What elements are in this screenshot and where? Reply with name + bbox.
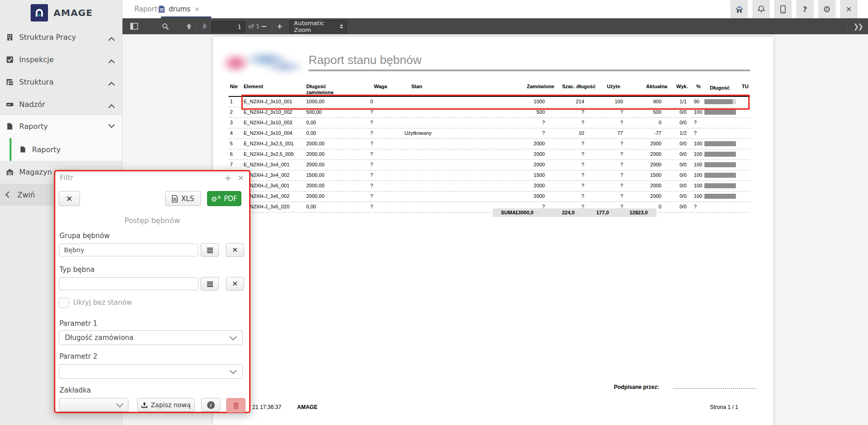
table-row: 10 E_N2XH-J_3x6_002 2000,00 ? 2000 ? ? 2… [229, 191, 750, 202]
zoom-out-button[interactable]: − [258, 18, 270, 34]
row-waga: ? [370, 160, 405, 170]
row-stan [405, 202, 447, 212]
row-length-bar [704, 139, 742, 149]
row-element: E_N2XH-J_3x4_001 [244, 160, 306, 170]
row-wyk: 0/0 [667, 160, 688, 170]
summary-aktualna: 12823,0 [629, 208, 648, 217]
row-szac-dlugosc: ? [554, 170, 596, 181]
trash-icon [233, 402, 239, 409]
row-szac-dlugosc: ? [554, 191, 596, 202]
export-xls-button[interactable]: XLS [165, 191, 201, 206]
row-wyk: 0/0 [667, 139, 688, 149]
list-icon [207, 247, 213, 253]
row-number: 7 [229, 160, 244, 170]
sidebar-item-struktura-pracy[interactable]: Struktura Pracy [0, 26, 122, 48]
row-dlugosc-zamowiona: 2000,00 [306, 160, 370, 170]
dialog-expand-icon[interactable]: + [224, 173, 232, 182]
pdf-toolbar: of 1 − + Automatic Zoom ❯❯ [122, 18, 868, 35]
row-wyk: 0/0 [667, 202, 688, 212]
hierarchy-icon [6, 78, 14, 86]
sidebar-item-raporty[interactable]: Raporty [0, 115, 122, 138]
tab-close-icon[interactable]: ✕ [195, 6, 200, 13]
close-icon: ✕ [846, 5, 852, 14]
sidebar-item-struktura[interactable]: Struktura [0, 71, 122, 93]
notifications-button[interactable] [752, 0, 770, 18]
row-tu [742, 181, 750, 191]
row-wyk: 0/0 [667, 170, 688, 181]
row-zamowione: 1500 [447, 170, 554, 181]
previous-page-button[interactable] [182, 18, 195, 34]
tab-bar: Raporty drums ✕ ? ⚙ ✕ [122, 0, 868, 18]
type-input[interactable] [59, 277, 198, 290]
group-list-button[interactable] [201, 243, 219, 257]
row-percent: 100 [688, 170, 704, 181]
row-percent: 100 [688, 149, 704, 159]
row-tu [742, 160, 750, 170]
page-number-input[interactable] [212, 21, 245, 32]
row-stan [405, 149, 447, 159]
row-wyk: 0/0 [667, 181, 688, 191]
zoom-level-select[interactable]: Automatic Zoom [289, 20, 347, 33]
document-icon [159, 5, 165, 13]
type-list-button[interactable] [201, 277, 219, 291]
mobile-button[interactable] [774, 0, 792, 18]
param1-select[interactable]: Długość zamówiona [59, 330, 243, 345]
delete-bookmark-button[interactable] [226, 398, 245, 413]
checkbox-icon [6, 56, 14, 64]
row-waga: ? [370, 128, 405, 138]
group-clear-button[interactable]: ✕ [226, 243, 244, 257]
bookmark-select[interactable] [59, 398, 128, 412]
toolbar-divider [847, 22, 847, 31]
zoom-in-button[interactable]: + [274, 18, 286, 34]
hide-empty-checkbox[interactable] [59, 298, 69, 308]
sidebar-item-inspekcje[interactable]: Inspekcje [0, 48, 122, 71]
sidebar-subitem-raporty[interactable]: Raporty [0, 138, 122, 161]
row-szac-dlugosc: ? [554, 181, 596, 191]
row-element: E_N2XH-J_3x2,5_009 [244, 149, 306, 159]
row-length-bar [704, 191, 742, 202]
toolbar-overflow-button[interactable]: ❯❯ [853, 18, 862, 34]
sidebar-item-nadzor[interactable]: Nadzór [0, 93, 122, 116]
chevron-down-icon [108, 122, 115, 128]
minus-icon: − [261, 22, 266, 31]
row-aktualna: 2000 [623, 149, 667, 159]
settings-button[interactable]: ⚙ [818, 0, 836, 18]
row-uzyte: ? [596, 191, 623, 202]
dialog-cancel-button[interactable]: ✕ [59, 191, 80, 206]
bookmark-info-button[interactable]: i [201, 398, 220, 412]
param2-label: Parametr 2 [59, 352, 97, 361]
dialog-close-icon[interactable]: ✕ [238, 173, 244, 183]
row-aktualna: -77 [623, 128, 667, 138]
help-button[interactable]: ? [796, 0, 814, 18]
row-wyk: 0/0 [667, 191, 688, 202]
row-percent: 100 [688, 181, 704, 191]
plus-icon: + [277, 22, 282, 31]
dialog-subtitle: Postęp bębnów [55, 216, 249, 225]
row-percent: 100 [688, 139, 704, 149]
search-button[interactable] [159, 18, 172, 34]
table-row: 9 E_N2XH-J_3x6_001 2000,00 ? 2000 ? ? 20… [229, 181, 750, 191]
toggle-sidebar-button[interactable] [127, 18, 141, 34]
sidebar-item-label: Nadzór [19, 100, 45, 109]
type-clear-button[interactable]: ✕ [226, 277, 244, 291]
row-tu [742, 170, 750, 181]
row-zamowione: 2000 [447, 149, 554, 159]
group-input[interactable] [59, 244, 198, 256]
tab-drums[interactable]: drums ✕ [159, 0, 200, 18]
row-number: 4 [229, 128, 244, 138]
row-zamowione: 2000 [447, 139, 554, 149]
next-page-button[interactable] [198, 18, 211, 34]
row-stan [405, 118, 447, 128]
close-app-button[interactable]: ✕ [840, 0, 857, 18]
save-bookmark-button[interactable]: Zapisz nową [137, 398, 195, 412]
row-aktualna: 2000 [623, 181, 667, 191]
param2-select[interactable] [59, 364, 243, 379]
export-pdf-button[interactable]: ⚙⚙ PDF [207, 191, 241, 206]
info-icon: i [207, 401, 215, 409]
home-button[interactable] [730, 0, 748, 18]
row-dlugosc-zamowiona: 2000,00 [306, 139, 370, 149]
chevron-down-icon [229, 367, 237, 374]
table-row: 4 E_N2XH-J_3x10_004 0,00 ? Użytkowany ? … [229, 128, 750, 139]
double-chevron-icon: ❯❯ [853, 22, 862, 31]
logo[interactable]: AMAGE [0, 0, 122, 25]
